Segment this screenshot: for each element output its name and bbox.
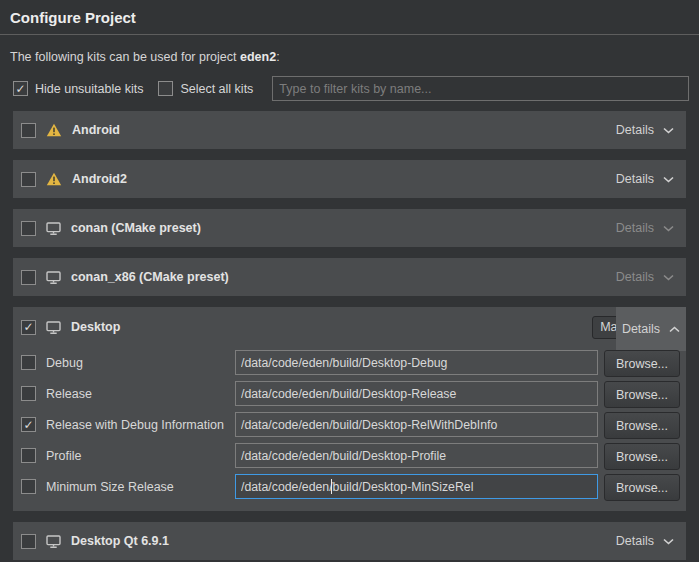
kit-checkbox[interactable]: ✓ xyxy=(21,320,36,335)
text-caret xyxy=(331,479,332,494)
hide-unsuitable-kits-checkbox[interactable]: ✓ xyxy=(13,81,28,96)
chevron-down-icon xyxy=(663,176,674,183)
build-dir-field-wrap xyxy=(235,381,598,406)
kit-row-conan[interactable]: ✓ conan (CMake preset) Details xyxy=(13,209,686,247)
details-button: Details xyxy=(616,270,674,284)
kit-row-desktop[interactable]: ✓ Desktop Manage... xyxy=(13,307,686,347)
config-label: Minimum Size Release xyxy=(46,480,174,494)
select-all-kits-group: ✓ Select all kits xyxy=(158,81,253,96)
config-checkbox[interactable]: ✓ xyxy=(21,386,36,401)
kit-list: ✓ Android Details ✓ Android2 Details ✓ c… xyxy=(13,111,686,560)
chevron-down-icon xyxy=(663,225,674,232)
details-label: Details xyxy=(616,270,654,284)
browse-button[interactable]: Browse... xyxy=(604,350,680,377)
kit-row-android[interactable]: ✓ Android Details xyxy=(13,111,686,149)
kit-checkbox[interactable]: ✓ xyxy=(21,123,36,138)
details-toggle[interactable]: Details xyxy=(622,322,680,336)
config-checkbox[interactable]: ✓ xyxy=(21,448,36,463)
config-checkbox[interactable]: ✓ xyxy=(21,479,36,494)
kit-name: conan_x86 (CMake preset) xyxy=(71,270,229,284)
kit-name: conan (CMake preset) xyxy=(71,221,201,235)
checkmark-icon: ✓ xyxy=(23,419,33,431)
details-label: Details xyxy=(622,322,660,336)
kits-description-prefix: The following kits can be used for proje… xyxy=(10,50,240,64)
kit-row-conan-x86[interactable]: ✓ conan_x86 (CMake preset) Details xyxy=(13,258,686,296)
kit-checkbox[interactable]: ✓ xyxy=(21,534,36,549)
build-config-row-minsizerel: ✓ Minimum Size Release Browse... xyxy=(13,471,686,502)
warning-icon xyxy=(46,123,62,137)
desktop-icon xyxy=(46,271,61,284)
browse-button[interactable]: Browse... xyxy=(604,443,680,470)
config-label: Debug xyxy=(46,356,83,370)
filter-row: ✓ Hide unsuitable kits ✓ Select all kits xyxy=(10,76,689,101)
chevron-up-icon xyxy=(669,326,680,333)
config-label: Profile xyxy=(46,449,81,463)
browse-button[interactable]: Browse... xyxy=(604,412,680,439)
configure-project-page: { "header": { "title": "Configure Projec… xyxy=(0,0,699,562)
config-checkbox[interactable]: ✓ xyxy=(21,417,36,432)
kit-checkbox[interactable]: ✓ xyxy=(21,172,36,187)
details-button[interactable]: Details xyxy=(616,172,674,186)
kit-name: Android xyxy=(72,123,120,137)
select-all-kits-label: Select all kits xyxy=(180,82,253,96)
select-all-kits-checkbox[interactable]: ✓ xyxy=(158,81,173,96)
checkmark-icon: ✓ xyxy=(23,321,33,333)
build-dir-input[interactable] xyxy=(235,443,598,468)
checkmark-icon: ✓ xyxy=(15,83,25,95)
chevron-down-icon xyxy=(663,274,674,281)
kit-filter-input[interactable] xyxy=(272,76,689,101)
kit-section-desktop: Details ✓ Desktop Manage... ✓ Debug Brow… xyxy=(13,307,686,511)
kits-description: The following kits can be used for proje… xyxy=(10,50,689,64)
build-dir-input[interactable] xyxy=(235,350,598,375)
build-dir-field-wrap xyxy=(235,350,598,375)
kit-row-desktop-qt[interactable]: ✓ Desktop Qt 6.9.1 Details xyxy=(13,522,686,560)
details-label: Details xyxy=(616,123,654,137)
kit-checkbox[interactable]: ✓ xyxy=(21,270,36,285)
hide-unsuitable-kits-group: ✓ Hide unsuitable kits xyxy=(13,81,143,96)
desktop-icon xyxy=(46,535,61,548)
chevron-down-icon xyxy=(663,127,674,134)
details-label: Details xyxy=(616,221,654,235)
build-config-row-profile: ✓ Profile Browse... xyxy=(13,440,686,471)
kit-checkbox[interactable]: ✓ xyxy=(21,221,36,236)
build-dir-field-wrap xyxy=(235,443,598,468)
build-config-row-relwithdebinfo: ✓ Release with Debug Information Browse.… xyxy=(13,409,686,440)
kits-description-suffix: : xyxy=(276,50,279,64)
config-checkbox[interactable]: ✓ xyxy=(21,355,36,370)
details-button: Details xyxy=(616,221,674,235)
kit-name: Desktop xyxy=(71,320,120,334)
browse-button[interactable]: Browse... xyxy=(604,474,680,501)
kit-name: Android2 xyxy=(72,172,127,186)
hide-unsuitable-kits-label: Hide unsuitable kits xyxy=(35,82,143,96)
config-label: Release xyxy=(46,387,92,401)
project-name: eden2 xyxy=(240,50,276,64)
browse-button[interactable]: Browse... xyxy=(604,381,680,408)
desktop-icon xyxy=(46,222,61,235)
page-title: Configure Project xyxy=(0,0,699,35)
desktop-icon xyxy=(46,321,61,334)
build-dir-field-wrap xyxy=(235,474,598,499)
build-dir-field-wrap xyxy=(235,412,598,437)
details-label: Details xyxy=(616,534,654,548)
build-dir-input[interactable] xyxy=(235,381,598,406)
details-label: Details xyxy=(616,172,654,186)
details-button[interactable]: Details xyxy=(616,123,674,137)
warning-icon xyxy=(46,172,62,186)
details-button[interactable]: Details xyxy=(616,307,686,351)
kit-row-android2[interactable]: ✓ Android2 Details xyxy=(13,160,686,198)
chevron-down-icon xyxy=(663,538,674,545)
kit-name: Desktop Qt 6.9.1 xyxy=(71,534,169,548)
config-label: Release with Debug Information xyxy=(46,418,224,432)
details-button[interactable]: Details xyxy=(616,534,674,548)
build-dir-input-focused[interactable] xyxy=(235,474,598,499)
build-config-row-debug: ✓ Debug Browse... xyxy=(13,347,686,378)
build-dir-input[interactable] xyxy=(235,412,598,437)
build-config-row-release: ✓ Release Browse... xyxy=(13,378,686,409)
